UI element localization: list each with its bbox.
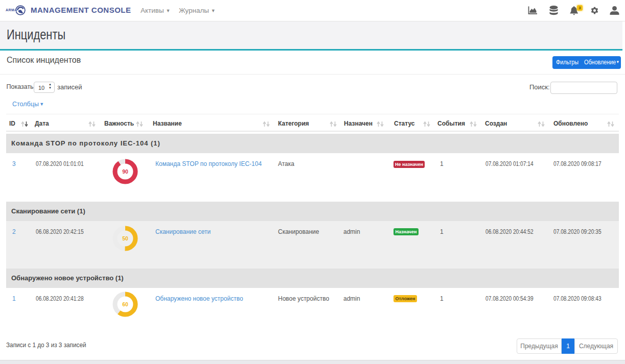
svg-text:50: 50 [122,235,128,241]
svg-text:90: 90 [122,168,128,175]
svg-text:60: 60 [122,301,128,307]
